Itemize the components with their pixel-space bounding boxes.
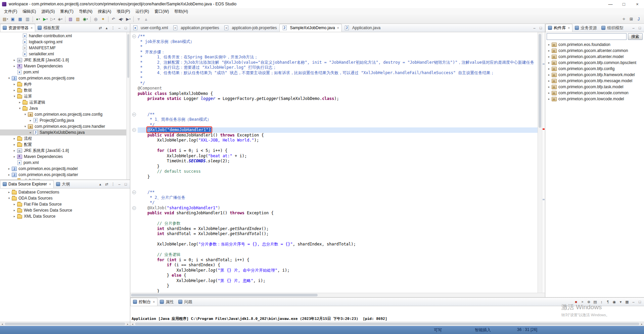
overview-ruler[interactable] (542, 32, 545, 293)
chevron-down-icon[interactable]: ▾ (17, 107, 22, 110)
code-line[interactable] (130, 179, 538, 185)
menu-item[interactable]: 项目(P) (114, 8, 133, 15)
close-icon[interactable]: × (337, 26, 339, 30)
minimize-view-icon[interactable]: – (117, 25, 122, 31)
minimize-view-icon[interactable]: – (117, 181, 122, 187)
new-class-icon[interactable]: ◉▾ (82, 16, 89, 23)
code-line[interactable]: public void shardingJobHandler1() throws… (130, 211, 538, 216)
tree-item[interactable]: ▸com.primeton.eos.projectlj.starter (0, 172, 130, 178)
chevron-right-icon[interactable]: ▸ (12, 209, 17, 212)
console-hscrollbar[interactable]: ◂ ▸ (130, 322, 644, 326)
editor-vscrollbar[interactable] (538, 32, 542, 293)
close-icon[interactable]: × (31, 26, 33, 30)
tree-item[interactable]: ▸XML Data Source (0, 213, 130, 219)
tree-item[interactable]: pom.xml (0, 160, 130, 166)
menu-item[interactable]: 源码(S) (39, 8, 57, 15)
code-line[interactable]: XxlJobHelper.log("第 {} 片, 忽略", i); (130, 278, 538, 284)
close-icon[interactable]: × (568, 26, 570, 30)
chevron-right-icon[interactable]: ▸ (547, 85, 551, 89)
tree-item[interactable]: ▸Flat File Data Source (0, 201, 130, 207)
close-icon[interactable]: × (49, 182, 51, 186)
search-button[interactable]: 搜索 (628, 33, 643, 40)
code-line[interactable]: // 分片参数 (130, 221, 538, 226)
menu-item[interactable]: 编辑(E) (20, 8, 39, 15)
scroll-right-icon[interactable]: ▸ (126, 322, 130, 326)
explorer-tab[interactable]: 资源管理器× (0, 24, 35, 32)
menu-item[interactable]: 窗口(W) (152, 8, 172, 15)
code-line[interactable] (130, 216, 538, 221)
chevron-right-icon[interactable]: ▸ (547, 43, 551, 46)
maximize-view-icon[interactable]: □ (637, 299, 643, 304)
editor-tab[interactable]: application-job.properties (221, 24, 279, 32)
tree-item[interactable]: ▸构件 (0, 81, 130, 87)
editor-tab[interactable]: user-config.xml (130, 24, 170, 32)
collapse-all-icon[interactable]: ▴ (97, 181, 103, 187)
code-line[interactable]: } (130, 174, 538, 180)
code-line[interactable]: * 1、简单任务示例（Bean模式） (130, 117, 538, 122)
open-console-icon[interactable]: ▦ (624, 299, 630, 304)
editor-tab[interactable]: application.properties (170, 24, 221, 32)
code-line[interactable]: * 2、分片广播任务 (130, 195, 538, 201)
tree-item[interactable]: ▾ODA Data Sources (0, 195, 130, 201)
code-line[interactable] (130, 185, 538, 190)
chevron-right-icon[interactable]: ▸ (547, 73, 551, 76)
component-tree[interactable]: ▸com.primeton.eos.foundation▸com.primeto… (545, 41, 644, 297)
tree-item[interactable]: ▸com.primeton.gocom.bfp.framework.model (545, 72, 644, 78)
open-perspective-icon[interactable]: ⊞ (628, 16, 635, 23)
chevron-down-icon[interactable]: ▾ (7, 197, 11, 200)
code-line[interactable]: * 2、注解配置：为Job方法添加注解 "@XxlJob(value="自定义j… (130, 60, 538, 65)
tree-item[interactable]: ▸Database Connections (0, 189, 130, 195)
chevron-right-icon[interactable]: ▸ (547, 97, 551, 101)
chevron-right-icon[interactable]: ▸ (12, 149, 17, 152)
dse-hscrollbar[interactable]: ◂ ▸ (0, 322, 130, 326)
chevron-right-icon[interactable]: ▸ (7, 173, 11, 176)
code-line[interactable]: if (i == shardIndex) { (130, 263, 538, 268)
menu-item[interactable]: 搜索(A) (95, 8, 114, 15)
code-line[interactable] (130, 102, 538, 107)
code-line[interactable]: XxlJobHelper.log("第 {} 片, 命中分片开始处理", i); (130, 268, 538, 273)
menu-item[interactable]: 导航(N) (76, 8, 95, 15)
tree-item[interactable]: ▸配置 (0, 142, 130, 148)
code-line[interactable] (130, 237, 538, 242)
tree-item[interactable]: ▸Maven Dependencies (0, 154, 130, 160)
maximize-button[interactable]: □ (617, 0, 631, 8)
code-line[interactable]: * 3、执行日志：需要通过 "XxlJobHelper.log" 打印执行日志； (130, 65, 538, 70)
open-task-icon[interactable]: ◎ (92, 16, 99, 23)
console-tab[interactable]: 问题 (176, 298, 194, 306)
fold-icon[interactable]: − (132, 206, 136, 210)
remove-launch-icon[interactable]: × (580, 299, 585, 304)
menu-item[interactable]: 帮助(H) (172, 8, 191, 15)
code-line[interactable]: TimeUnit.SECONDS.sleep(2); (130, 159, 538, 164)
chevron-right-icon[interactable]: ▸ (12, 203, 17, 206)
new-package-icon[interactable]: ▨ (75, 16, 81, 23)
tree-item[interactable]: ▸com.primeton.gocom.afcenter.common (545, 48, 644, 54)
palette-tab[interactable]: 组织模型 (599, 24, 626, 32)
chevron-down-icon[interactable]: ▾ (12, 95, 17, 98)
fold-icon[interactable]: − (132, 35, 136, 38)
code-line[interactable]: XxlJobHelper.log("分片参数：当前分片序号 = {}, 总分片数… (130, 242, 538, 247)
code-line[interactable]: −/** (130, 34, 538, 39)
code-line[interactable]: * 1、任务开发：在Spring Bean实例中，开发Job方法； (130, 55, 538, 60)
chevron-right-icon[interactable]: ▸ (12, 143, 17, 146)
new-wizard-icon[interactable]: ▤▾ (2, 16, 9, 23)
editor-tab[interactable]: Application.java (342, 24, 383, 32)
link-with-editor-icon[interactable]: ⇄ (97, 25, 103, 31)
chevron-right-icon[interactable]: ▸ (547, 91, 551, 95)
forward-icon[interactable]: ▶▾ (125, 16, 132, 23)
tree-item[interactable]: MANIFEST.MF (0, 45, 130, 51)
project-tree[interactable]: handler-contribution.xmllogback-spring.x… (0, 32, 130, 179)
editor-tab[interactable]: SampleXxlJobDemo.java× (279, 24, 342, 32)
code-line[interactable]: */ (130, 122, 538, 128)
chevron-right-icon[interactable]: ▸ (17, 101, 22, 104)
code-line[interactable]: − @XxlJob("shardingJobHandler1") (130, 206, 538, 211)
save-all-icon[interactable]: ▦ (17, 16, 24, 23)
console-output[interactable]: Application [Java 应用程序] C:\Program Files… (130, 306, 644, 322)
chevron-down-icon[interactable]: ▾ (7, 76, 11, 80)
chevron-right-icon[interactable]: ▸ (547, 61, 551, 64)
tree-item[interactable]: ▾com.primeton.eos.projectlj.core.config (0, 111, 130, 117)
code-line[interactable]: − /** (130, 190, 538, 195)
tree-item[interactable]: ▸com.primeton.gocom.lowcode.model (545, 96, 644, 102)
profile-icon[interactable]: ▷▾ (49, 16, 56, 23)
chevron-right-icon[interactable]: ▸ (12, 89, 17, 92)
code-line[interactable]: } (130, 283, 538, 289)
